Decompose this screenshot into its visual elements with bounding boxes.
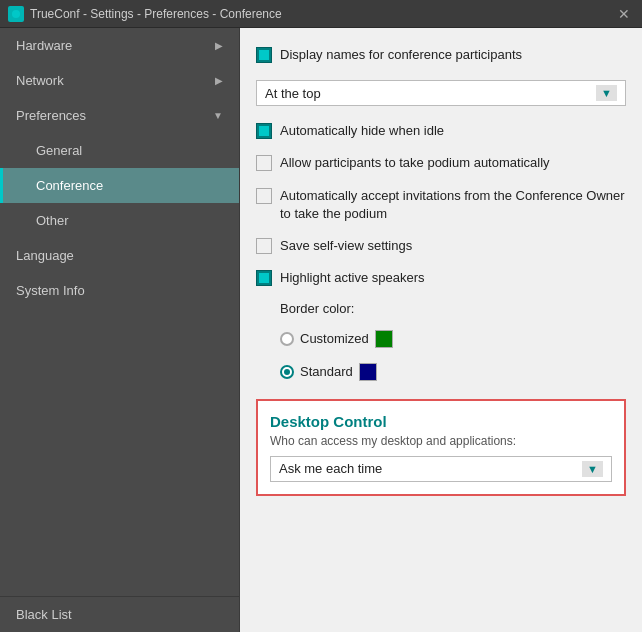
allow-podium-label: Allow participants to take podium automa… — [280, 154, 550, 172]
sidebar-item-conference[interactable]: Conference — [0, 168, 239, 203]
main-content: Hardware ▶ Network ▶ Preferences ▼ Gener… — [0, 28, 642, 632]
sidebar: Hardware ▶ Network ▶ Preferences ▼ Gener… — [0, 28, 240, 632]
border-color-label: Border color: — [280, 301, 626, 316]
auto-hide-checkbox[interactable] — [256, 123, 272, 139]
customized-radio-row: Customized — [280, 330, 626, 348]
sidebar-label-hardware: Hardware — [16, 38, 72, 53]
standard-radio-row: Standard — [280, 363, 626, 381]
app-icon — [8, 6, 24, 22]
sidebar-label-general: General — [36, 143, 82, 158]
sidebar-label-network: Network — [16, 73, 64, 88]
sidebar-arrow-hardware: ▶ — [215, 40, 223, 51]
sidebar-label-black-list: Black List — [16, 607, 72, 622]
standard-label: Standard — [300, 363, 353, 381]
desktop-control-title: Desktop Control — [270, 413, 612, 430]
title-bar-text: TrueConf - Settings - Preferences - Conf… — [30, 7, 614, 21]
standard-color-swatch[interactable] — [359, 363, 377, 381]
desktop-control-dropdown[interactable]: Ask me each time ▼ — [270, 456, 612, 482]
desktop-control-desc: Who can access my desktop and applicatio… — [270, 434, 612, 448]
auto-hide-row: Automatically hide when idle — [256, 120, 626, 142]
sidebar-label-other: Other — [36, 213, 69, 228]
desktop-control-dropdown-value: Ask me each time — [279, 461, 382, 476]
display-names-dropdown-row: At the top ▼ — [256, 80, 626, 106]
sidebar-item-system-info[interactable]: System Info — [0, 273, 239, 308]
sidebar-item-hardware[interactable]: Hardware ▶ — [0, 28, 239, 63]
auto-hide-label: Automatically hide when idle — [280, 122, 444, 140]
sidebar-bottom: Black List — [0, 596, 239, 632]
window: TrueConf - Settings - Preferences - Conf… — [0, 0, 642, 632]
sidebar-label-preferences: Preferences — [16, 108, 86, 123]
sidebar-item-preferences[interactable]: Preferences ▼ — [0, 98, 239, 133]
display-names-label: Display names for conference participant… — [280, 46, 522, 64]
sidebar-spacer — [0, 308, 239, 596]
desktop-control-section: Desktop Control Who can access my deskto… — [256, 399, 626, 496]
customized-color-swatch[interactable] — [375, 330, 393, 348]
customized-radio[interactable] — [280, 332, 294, 346]
display-names-dropdown[interactable]: At the top ▼ — [256, 80, 626, 106]
highlight-speakers-label: Highlight active speakers — [280, 269, 425, 287]
display-names-dropdown-value: At the top — [265, 86, 321, 101]
auto-accept-label: Automatically accept invitations from th… — [280, 187, 626, 223]
display-names-checkbox[interactable] — [256, 47, 272, 63]
sidebar-label-system-info: System Info — [16, 283, 85, 298]
allow-podium-checkbox[interactable] — [256, 155, 272, 171]
sidebar-arrow-network: ▶ — [215, 75, 223, 86]
sidebar-label-conference: Conference — [36, 178, 103, 193]
close-button[interactable]: ✕ — [614, 4, 634, 24]
display-names-dropdown-arrow: ▼ — [596, 85, 617, 101]
sidebar-item-general[interactable]: General — [0, 133, 239, 168]
allow-podium-row: Allow participants to take podium automa… — [256, 152, 626, 174]
sidebar-item-language[interactable]: Language — [0, 238, 239, 273]
sidebar-item-black-list[interactable]: Black List — [0, 597, 239, 632]
title-bar: TrueConf - Settings - Preferences - Conf… — [0, 0, 642, 28]
save-self-view-row: Save self-view settings — [256, 235, 626, 257]
save-self-view-label: Save self-view settings — [280, 237, 412, 255]
standard-radio[interactable] — [280, 365, 294, 379]
svg-point-0 — [12, 10, 20, 18]
display-names-row: Display names for conference participant… — [256, 44, 626, 66]
sidebar-label-language: Language — [16, 248, 74, 263]
highlight-speakers-row: Highlight active speakers — [256, 267, 626, 289]
sidebar-item-network[interactable]: Network ▶ — [0, 63, 239, 98]
auto-accept-row: Automatically accept invitations from th… — [256, 185, 626, 225]
highlight-speakers-checkbox[interactable] — [256, 270, 272, 286]
save-self-view-checkbox[interactable] — [256, 238, 272, 254]
auto-accept-checkbox[interactable] — [256, 188, 272, 204]
sidebar-item-other[interactable]: Other — [0, 203, 239, 238]
customized-label: Customized — [300, 330, 369, 348]
sidebar-arrow-preferences: ▼ — [213, 110, 223, 121]
desktop-control-dropdown-arrow: ▼ — [582, 461, 603, 477]
right-panel: Display names for conference participant… — [240, 28, 642, 632]
